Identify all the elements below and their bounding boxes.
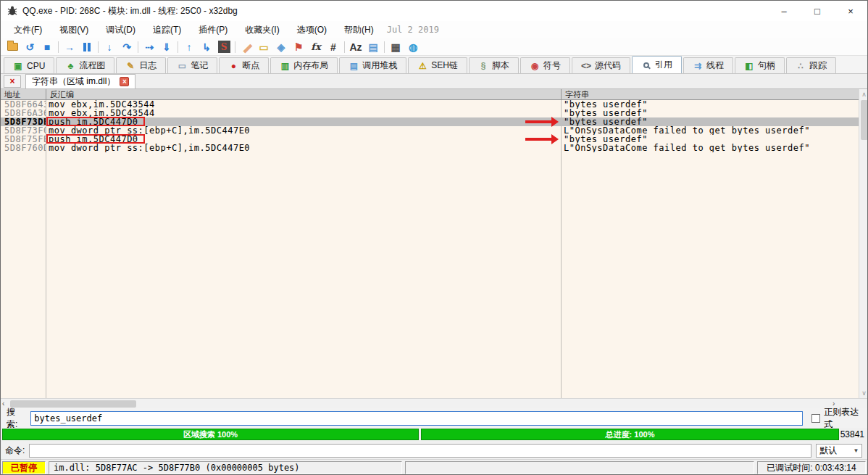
close-button[interactable]: × [834,1,867,21]
horizontal-scrollbar[interactable]: ‹ › [1,398,868,408]
run-to-user-code-icon[interactable]: ↳ [198,40,215,54]
command-profile-dropdown[interactable]: 默认 ▼ [816,444,862,458]
close-all-tabs-button[interactable]: × [4,75,21,88]
tab-call-stack[interactable]: ▤调用堆栈 [339,57,406,73]
string-prefix: " [564,135,569,144]
tab-seh[interactable]: ⚠SEH链 [408,57,467,73]
calculator-icon[interactable]: ▦ [387,40,404,54]
tab-memory-map[interactable]: ▥内存布局 [270,57,338,73]
string-suffix: " [642,135,648,144]
regex-checkbox[interactable] [811,414,820,423]
strings-subtab[interactable]: 字符串（区域 im.dll） × [25,74,135,88]
tab-threads[interactable]: ⇉线程 [683,57,733,73]
minimize-button[interactable]: – [767,1,801,21]
tab-trace[interactable]: ∴跟踪 [786,57,836,73]
cell-string: "bytes_userdef" [561,135,859,144]
step-over-icon[interactable]: ↷ [118,40,135,54]
menu-item-file[interactable]: 文件(F) [7,22,49,37]
vertical-scroll-thumb[interactable] [861,100,868,140]
restart-icon[interactable]: ↺ [21,40,38,54]
toolbar-separator [138,41,138,53]
command-input[interactable] [29,444,811,458]
string-match: bytes_userdef [569,109,642,117]
scroll-down-icon[interactable]: ∨ [859,388,868,398]
subtab-bar: × 字符串（区域 im.dll） × [1,74,867,89]
tab-handles[interactable]: ◧句柄 [735,57,785,73]
tab-source[interactable]: <>源代码 [572,57,630,73]
table-row[interactable]: 5D8F6643mov ebx,im.5DC43544"bytes_userde… [1,100,859,109]
string-match: bytes_userdef [732,126,804,135]
tab-references[interactable]: 引用 [632,56,682,73]
notes-icon: ▭ [177,61,187,71]
string-prefix: L"OnSysDataCome failed to get [564,126,732,135]
subtab-close-icon[interactable]: × [120,77,129,86]
column-header-disassembly[interactable]: 反汇编 [46,89,561,99]
tab-notes[interactable]: ▭笔记 [167,57,217,73]
tab-breakpoints[interactable]: ●断点 [219,57,269,73]
vertical-scrollbar[interactable]: ∧ ∨ [859,89,868,398]
status-bar: 已暂停 im.dll: 5D8F77AC -> 5D8F77B0 (0x0000… [1,459,867,475]
functions-icon[interactable]: fx [307,40,325,54]
table-row[interactable]: 5D8F73DEpush im.5DC447D0"bytes_userdef" [1,117,859,126]
tab-label: CPU [27,61,45,71]
string-match: bytes_userdef [732,144,804,152]
seh-icon: ⚠ [417,61,427,71]
text-case-icon[interactable]: Az [347,40,364,54]
tab-label: 调用堆栈 [362,59,397,72]
close-debuggee-icon[interactable]: ■ [38,40,56,54]
command-profile-value: 默认 [819,445,837,457]
column-header-string[interactable]: 字符串 [561,89,859,99]
menu-item-help[interactable]: 帮助(H) [337,22,381,37]
open-file-icon[interactable] [4,40,21,54]
symbols-icon: ◉ [530,61,540,71]
toolbar-separator [384,41,385,53]
horizontal-scroll-thumb[interactable] [10,400,136,408]
table-row[interactable]: 5D8F73F0mov dword ptr ss:[ebp+C],im.5DC4… [1,126,859,135]
string-suffix: " [804,144,810,152]
menu-item-view[interactable]: 视图(V) [52,22,96,37]
run-to-selection-icon[interactable]: ⇢ [141,40,158,54]
tab-symbols[interactable]: ◉符号 [520,57,570,73]
menu-item-plugins[interactable]: 插件(P) [191,22,235,37]
search-input[interactable] [30,411,803,426]
cell-disassembly: mov dword ptr ss:[ebp+C],im.5DC447E0 [46,126,561,135]
total-progressbar: 总进度: 100% [421,429,839,440]
table-row[interactable]: 5D8F6A36mov ebx,im.5DC43544"bytes_userde… [1,109,859,117]
labels-icon[interactable]: ◈ [272,40,290,54]
run-icon[interactable]: → [61,40,78,54]
tab-label: 流程图 [79,59,105,72]
cell-string: "bytes_userdef" [561,117,859,126]
tab-cpu[interactable]: ▣CPU [4,57,54,73]
string-suffix: " [642,109,648,117]
string-s-icon[interactable]: S [215,40,233,54]
cell-address: 5D8F73DE [1,117,46,126]
scroll-up-icon[interactable]: ∧ [859,89,868,99]
hash-icon[interactable]: # [325,40,342,54]
column-header-address[interactable]: 地址 [1,89,46,99]
toolbar: ↺■→↓↷⇢⇓↑↳S▬▭◈⚑fx#Az▤▦◍ [1,38,867,56]
patches-icon[interactable]: ▬ [235,36,257,58]
globe-icon[interactable]: ◍ [404,40,422,54]
status-empty-panel [405,461,754,474]
bookmarks-icon[interactable]: ⚑ [290,40,307,54]
menu-item-options[interactable]: 选项(O) [290,22,334,37]
notes-device-icon[interactable]: ▤ [364,40,382,54]
call-stack-icon: ▤ [349,61,359,71]
table-row[interactable]: 5D8F760Dmov dword ptr ss:[ebp+C],im.5DC4… [1,144,859,152]
tab-label: SEH链 [431,59,458,72]
step-into-icon[interactable]: ↓ [101,40,118,54]
menu-item-favourites[interactable]: 收藏夹(I) [238,22,286,37]
pause-icon[interactable] [78,40,96,54]
execute-till-return-icon[interactable]: ↑ [180,40,198,54]
scroll-left-icon[interactable]: ‹ [2,399,4,408]
toolbar-separator [344,41,345,53]
menu-item-trace[interactable]: 追踪(T) [146,22,188,37]
step-out-icon[interactable]: ⇓ [158,40,175,54]
comments-icon[interactable]: ▭ [255,40,272,54]
menu-item-debug[interactable]: 调试(D) [99,22,143,37]
tab-script[interactable]: §脚本 [469,57,519,73]
maximize-button[interactable]: □ [801,1,834,21]
tab-log[interactable]: ✎日志 [116,57,166,73]
tab-graph[interactable]: ♣流程图 [56,57,114,73]
table-row[interactable]: 5D8F75FBpush im.5DC447D0"bytes_userdef" [1,135,859,144]
